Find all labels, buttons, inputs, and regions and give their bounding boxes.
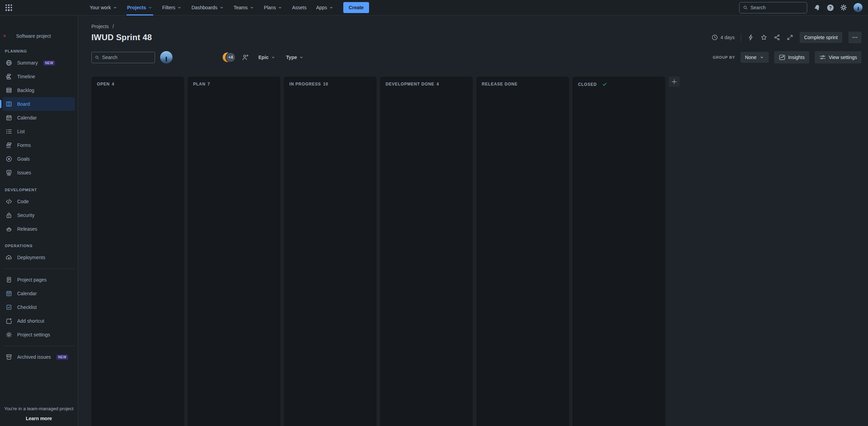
view-settings-label: View settings	[829, 55, 857, 60]
sidebar-item-timeline[interactable]: Timeline	[3, 70, 75, 83]
chevron-down-icon	[113, 5, 118, 10]
complete-sprint-button[interactable]: Complete sprint	[800, 32, 842, 43]
favorite-button[interactable]	[760, 34, 767, 41]
nav-item-label: Dashboards	[191, 5, 218, 10]
board-column-closed: CLOSED	[572, 77, 665, 426]
sidebar-item-checklist-app[interactable]: Checklist	[3, 300, 75, 314]
sidebar-item-project-pages[interactable]: Project pages	[3, 273, 75, 287]
sidebar-item-label: Goals	[17, 156, 30, 162]
group-by-dropdown[interactable]: None	[741, 52, 768, 63]
chevron-down-icon	[249, 5, 254, 10]
insights-button[interactable]: Insights	[774, 51, 809, 64]
nav-item-filters[interactable]: Filters	[157, 0, 187, 15]
sidebar-item-add-shortcut[interactable]: Add shortcut	[3, 314, 75, 328]
share-button[interactable]	[774, 34, 780, 41]
sidebar-item-backlog[interactable]: Backlog	[3, 83, 75, 97]
calendar-app-icon	[5, 290, 12, 297]
notifications-bell-icon[interactable]	[814, 4, 821, 11]
help-icon[interactable]: ?	[827, 4, 834, 11]
nav-item-label: Apps	[316, 5, 327, 10]
divider	[741, 33, 741, 42]
selected-indicator	[0, 100, 1, 108]
view-settings-button[interactable]: View settings	[815, 51, 861, 64]
sidebar-item-list[interactable]: List	[3, 125, 75, 138]
group-by-value: None	[745, 55, 756, 60]
sidebar-item-label: Issues	[17, 170, 31, 175]
settings-gear-icon[interactable]	[840, 4, 847, 11]
sidebar-item-security[interactable]: Security	[3, 208, 75, 222]
nav-item-plans[interactable]: Plans	[259, 0, 287, 15]
nav-item-teams[interactable]: Teams	[229, 0, 259, 15]
bell-icon	[814, 4, 821, 11]
sidebar-item-code[interactable]: Code	[3, 195, 75, 208]
assignee-avatar[interactable]	[160, 51, 173, 64]
column-count: 4	[112, 82, 114, 87]
app-switcher-icon[interactable]	[5, 4, 12, 11]
sidebar-item-forms[interactable]: Forms	[3, 138, 75, 152]
sliders-icon	[819, 54, 826, 61]
sidebar-item-label: Forms	[17, 142, 31, 148]
type-filter-dropdown[interactable]: Type	[286, 55, 304, 60]
lightning-bolt-icon	[747, 34, 754, 41]
sidebar-divider	[3, 346, 74, 346]
sidebar-item-releases[interactable]: Releases	[3, 222, 75, 236]
new-badge: NEW	[56, 355, 68, 360]
type-filter-label: Type	[286, 55, 297, 60]
nav-item-assets[interactable]: Assets	[287, 0, 311, 15]
checkbox-icon	[5, 304, 12, 311]
board-toolbar-right: GROUP BY None Insights View settings	[713, 51, 861, 64]
global-search[interactable]	[739, 2, 807, 13]
create-button[interactable]: Create	[343, 2, 369, 13]
user-avatar[interactable]	[854, 3, 863, 12]
column-title: PLAN	[193, 82, 205, 87]
sidebar-item-label: Code	[17, 199, 29, 204]
avatar-group: +4	[223, 52, 236, 62]
breadcrumb: Projects /	[91, 24, 861, 29]
sidebar-item-issues[interactable]: Issues	[3, 166, 75, 180]
avatar-overflow-count[interactable]: +4	[225, 52, 236, 62]
sidebar-item-archived-issues[interactable]: Archived issues NEW	[3, 350, 75, 364]
board-column-release-done: RELEASE DONE	[476, 77, 569, 426]
column-title: CLOSED	[578, 82, 597, 87]
learn-more-link[interactable]: Learn more	[3, 416, 75, 421]
nav-item-projects[interactable]: Projects	[122, 0, 157, 15]
epic-filter-dropdown[interactable]: Epic	[258, 55, 276, 60]
sidebar-item-label: Archived issues	[17, 354, 51, 360]
sidebar-item-goals[interactable]: Goals	[3, 152, 75, 166]
sidebar-item-deployments[interactable]: Deployments	[3, 251, 75, 264]
board-search[interactable]	[91, 52, 155, 63]
primary-nav-menu: Your work Projects Filters Dashboards Te…	[85, 0, 338, 15]
sidebar-item-project-settings[interactable]: Project settings	[3, 328, 75, 342]
nav-item-label: Plans	[264, 5, 276, 10]
column-title: DEVELOPMENT DONE	[386, 82, 434, 87]
document-icon	[5, 276, 12, 283]
nav-item-dashboards[interactable]: Dashboards	[187, 0, 229, 15]
breadcrumb-projects-link[interactable]: Projects	[91, 24, 109, 29]
sprint-header-actions: 4 days Complete sprint	[711, 32, 861, 43]
board-search-input[interactable]	[102, 55, 152, 60]
sidebar-item-calendar-app[interactable]: Calendar	[3, 287, 75, 300]
global-search-input[interactable]	[750, 5, 803, 10]
nav-item-apps[interactable]: Apps	[311, 0, 338, 15]
column-header: OPEN 4	[97, 82, 179, 87]
column-header: DEVELOPMENT DONE 4	[386, 82, 467, 87]
sidebar-divider	[3, 268, 74, 269]
team-managed-note: You're in a team-managed project	[3, 406, 75, 411]
add-people-button[interactable]	[242, 54, 249, 61]
nav-item-your-work[interactable]: Your work	[85, 0, 122, 15]
share-icon	[774, 34, 780, 41]
more-actions-button[interactable]	[848, 32, 861, 43]
sidebar-item-calendar[interactable]: Calendar	[3, 111, 75, 125]
add-column-button[interactable]	[669, 77, 680, 87]
help-glyph: ?	[829, 5, 832, 10]
automation-button[interactable]	[747, 34, 754, 41]
sidebar-item-board[interactable]: Board	[3, 97, 75, 111]
sidebar-item-summary[interactable]: Summary NEW	[3, 56, 75, 70]
section-title-planning: PLANNING	[3, 48, 75, 54]
fullscreen-button[interactable]	[787, 34, 793, 41]
breadcrumb-separator: /	[113, 24, 114, 29]
board-column-plan: PLAN 7	[188, 77, 280, 426]
sidebar-item-label: Add shortcut	[17, 318, 44, 324]
nav-item-label: Projects	[127, 5, 146, 10]
sprint-days-remaining[interactable]: 4 days	[711, 34, 735, 41]
